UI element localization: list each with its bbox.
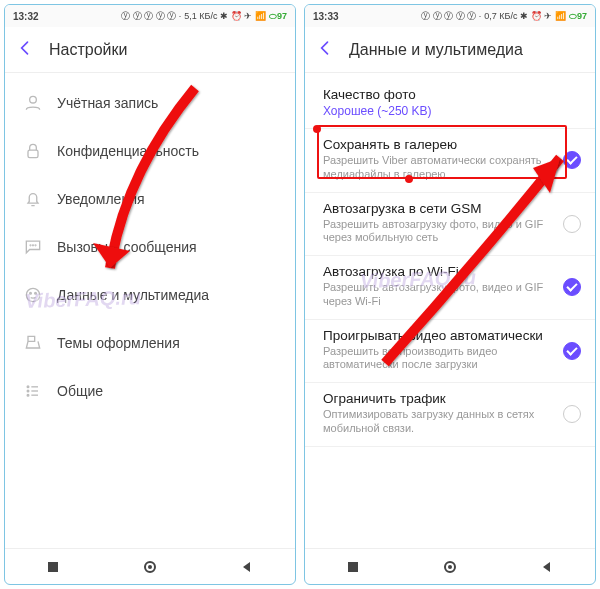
bell-icon (23, 189, 43, 209)
page-title: Настройки (49, 41, 127, 59)
menu-label: Темы оформления (57, 335, 180, 351)
svg-marker-15 (243, 562, 250, 572)
nav-recent-icon[interactable] (346, 560, 360, 574)
toggle[interactable] (563, 278, 581, 296)
svg-point-0 (30, 96, 37, 103)
menu-label: Конфиденциальность (57, 143, 199, 159)
row-title: Автозагрузка в сети GSM (323, 201, 577, 216)
back-icon[interactable] (15, 38, 35, 62)
nav-back-icon[interactable] (240, 560, 254, 574)
lock-icon (23, 141, 43, 161)
annotation-dot (313, 125, 321, 133)
row-sub: Разрешить автозагрузку фото, видео и GIF… (323, 218, 577, 246)
svg-rect-17 (348, 562, 358, 572)
nav-recent-icon[interactable] (46, 560, 60, 574)
theme-icon (23, 333, 43, 353)
menu-label: Уведомления (57, 191, 145, 207)
menu-general[interactable]: Общие (5, 367, 295, 415)
phone-right: 13:33 ⓨ ⓨ ⓨ ⓨ ⓨ · 0,7 КБ/с ✱ ⏰ ✈ 📶 ⬭97 Д… (304, 4, 596, 585)
row-sub: Разрешить воспроизводить видео автоматич… (323, 345, 577, 373)
menu-label: Общие (57, 383, 103, 399)
svg-rect-1 (28, 150, 38, 158)
android-navbar (5, 548, 295, 584)
toggle[interactable] (563, 215, 581, 233)
nav-home-icon[interactable] (443, 560, 457, 574)
svg-point-10 (27, 394, 29, 396)
row-photo-quality[interactable]: Качество фото Хорошее (~250 KB) (305, 79, 595, 129)
status-time: 13:33 (313, 11, 339, 22)
nav-back-icon[interactable] (540, 560, 554, 574)
row-title: Качество фото (323, 87, 577, 102)
phone-left: 13:32 ⓨ ⓨ ⓨ ⓨ ⓨ · 5,1 КБ/с ✱ ⏰ ✈ 📶 ⬭97 Н… (4, 4, 296, 585)
row-title: Ограничить трафик (323, 391, 577, 406)
toggle[interactable] (563, 405, 581, 423)
status-bar: 13:33 ⓨ ⓨ ⓨ ⓨ ⓨ · 0,7 КБ/с ✱ ⏰ ✈ 📶 ⬭97 (305, 5, 595, 27)
menu-account[interactable]: Учётная запись (5, 79, 295, 127)
svg-point-14 (148, 565, 152, 569)
app-bar: Настройки (5, 27, 295, 73)
row-sub: Оптимизировать загрузку данных в сетях м… (323, 408, 577, 436)
status-right: ⓨ ⓨ ⓨ ⓨ ⓨ · 5,1 КБ/с ✱ ⏰ ✈ 📶 ⬭97 (121, 10, 287, 23)
svg-point-3 (33, 245, 34, 246)
row-title: Проигрывать видео автоматически (323, 328, 577, 343)
chat-icon (23, 237, 43, 257)
menu-privacy[interactable]: Конфиденциальность (5, 127, 295, 175)
annotation-dot (405, 175, 413, 183)
row-gsm[interactable]: Автозагрузка в сети GSM Разрешить автоза… (305, 193, 595, 257)
settings-detail: Качество фото Хорошее (~250 KB) Сохранят… (305, 73, 595, 548)
settings-list: Учётная запись Конфиденциальность Уведом… (5, 73, 295, 548)
nav-home-icon[interactable] (143, 560, 157, 574)
menu-themes[interactable]: Темы оформления (5, 319, 295, 367)
menu-label: Вызовы и сообщения (57, 239, 197, 255)
android-navbar (305, 548, 595, 584)
page-title: Данные и мультимедиа (349, 41, 523, 59)
row-value: Хорошее (~250 KB) (323, 104, 577, 118)
svg-marker-20 (543, 562, 550, 572)
annotation-box (317, 125, 567, 179)
menu-label: Учётная запись (57, 95, 158, 111)
svg-point-19 (448, 565, 452, 569)
row-autoplay[interactable]: Проигрывать видео автоматически Разрешит… (305, 320, 595, 384)
svg-point-9 (27, 390, 29, 392)
status-right: ⓨ ⓨ ⓨ ⓨ ⓨ · 0,7 КБ/с ✱ ⏰ ✈ 📶 ⬭97 (421, 10, 587, 23)
app-bar: Данные и мультимедиа (305, 27, 595, 73)
back-icon[interactable] (315, 38, 335, 62)
svg-point-8 (27, 386, 29, 388)
svg-rect-12 (48, 562, 58, 572)
user-icon (23, 93, 43, 113)
toggle[interactable] (563, 342, 581, 360)
status-bar: 13:32 ⓨ ⓨ ⓨ ⓨ ⓨ · 5,1 КБ/с ✱ ⏰ ✈ 📶 ⬭97 (5, 5, 295, 27)
list-icon (23, 381, 43, 401)
watermark: ViberFAQ.ru (25, 286, 142, 313)
row-limit-traffic[interactable]: Ограничить трафик Оптимизировать загрузк… (305, 383, 595, 447)
svg-point-2 (30, 245, 31, 246)
status-time: 13:32 (13, 11, 39, 22)
menu-calls[interactable]: Вызовы и сообщения (5, 223, 295, 271)
menu-notifications[interactable]: Уведомления (5, 175, 295, 223)
watermark: ViberFAQ.ru (360, 266, 477, 293)
svg-point-4 (35, 245, 36, 246)
